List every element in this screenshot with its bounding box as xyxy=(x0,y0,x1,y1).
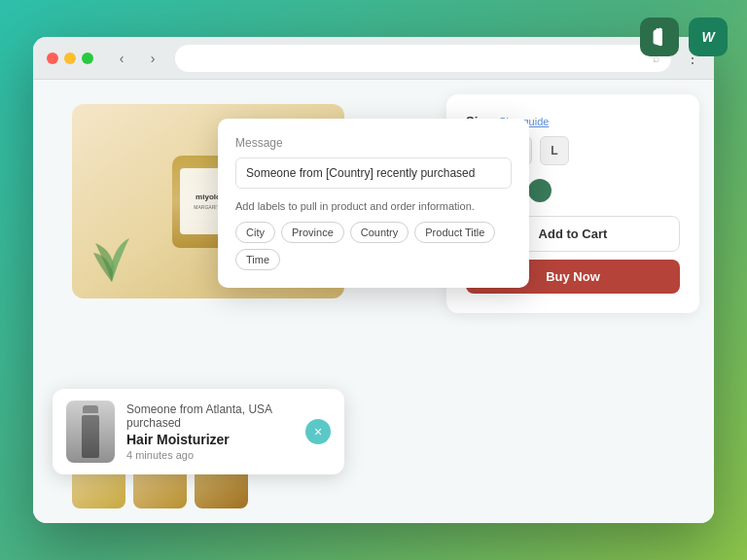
toast-product-name: Hair Moisturizer xyxy=(126,432,294,447)
close-window-dot[interactable] xyxy=(47,52,58,64)
color-option-3[interactable] xyxy=(528,179,551,202)
plant-decoration xyxy=(86,214,139,291)
shopify-icon[interactable] xyxy=(640,18,679,56)
labels-hint: Add labels to pull in product and order … xyxy=(235,200,512,212)
forward-button[interactable]: › xyxy=(140,46,165,71)
browser-window: ‹ › ⌕ ⋮ miyolo MARGARITA xyxy=(33,37,714,523)
label-tags: City Province Country Product Title Time xyxy=(235,222,512,270)
browser-bar: ‹ › ⌕ ⋮ xyxy=(33,37,714,80)
toast-content: Someone from Atlanta, USA purchased Hair… xyxy=(126,402,294,461)
message-input[interactable] xyxy=(235,158,512,189)
toast-purchase-text: Someone from Atlanta, USA purchased xyxy=(126,402,294,430)
notification-toast: Someone from Atlanta, USA purchased Hair… xyxy=(53,389,344,474)
label-tag-city[interactable]: City xyxy=(235,222,275,243)
browser-content: miyolo MARGARITA xyxy=(33,80,714,523)
window-controls xyxy=(47,52,93,64)
size-l-button[interactable]: L xyxy=(540,136,569,165)
toast-close-button[interactable]: × xyxy=(305,419,331,444)
browser-navigation: ‹ › xyxy=(109,46,165,71)
label-tag-product-title[interactable]: Product Title xyxy=(414,222,495,243)
popup-title: Message xyxy=(235,136,512,150)
message-popup: Message Add labels to pull in product an… xyxy=(218,119,529,288)
toast-product-image xyxy=(66,401,115,463)
back-button[interactable]: ‹ xyxy=(109,46,134,71)
address-bar[interactable]: ⌕ xyxy=(175,45,671,72)
wix-icon[interactable]: W xyxy=(689,18,728,56)
minimize-window-dot[interactable] xyxy=(64,52,76,64)
label-tag-province[interactable]: Province xyxy=(281,222,344,243)
label-tag-time[interactable]: Time xyxy=(235,249,280,270)
toast-time: 4 minutes ago xyxy=(126,449,294,461)
label-tag-country[interactable]: Country xyxy=(350,222,409,243)
maximize-window-dot[interactable] xyxy=(82,52,93,64)
